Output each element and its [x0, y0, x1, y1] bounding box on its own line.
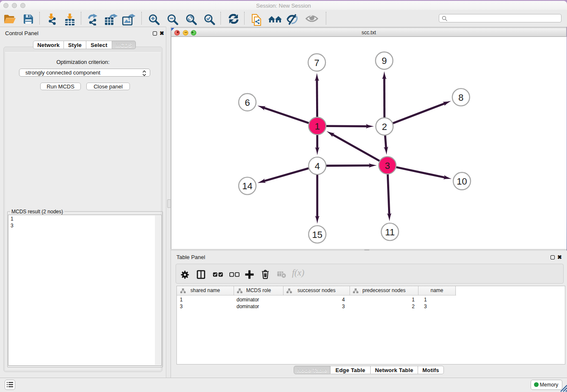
svg-text:14: 14 — [242, 181, 252, 191]
svg-text:2: 2 — [382, 121, 387, 132]
svg-text:10: 10 — [457, 176, 467, 187]
svg-text:7: 7 — [314, 58, 319, 68]
svg-text:1: 1 — [315, 121, 320, 132]
svg-text:8: 8 — [458, 92, 463, 103]
svg-text:4: 4 — [315, 161, 320, 171]
svg-text:3: 3 — [385, 160, 390, 171]
svg-text:9: 9 — [382, 55, 387, 66]
svg-text:11: 11 — [385, 227, 395, 237]
svg-text:15: 15 — [312, 229, 322, 240]
svg-text:6: 6 — [245, 97, 250, 108]
